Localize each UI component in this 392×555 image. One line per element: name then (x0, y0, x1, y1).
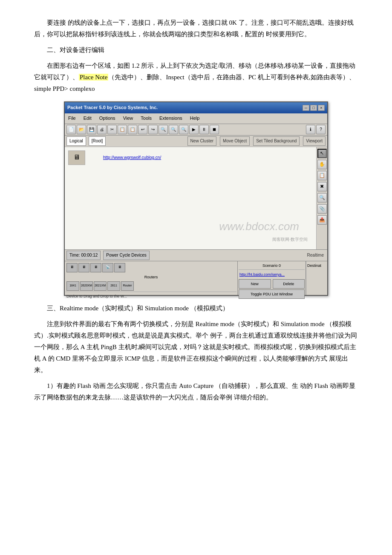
screenshot-container: Packet Tracer 5.0 by Cisco Systems, Inc.… (34, 101, 358, 296)
paragraph-1: 要连接 的线的设备上点一下，选接口，再点另一设备，选接口就 0K 了。注意，接口… (34, 17, 358, 40)
btn-viewport[interactable]: Viewport (303, 136, 326, 146)
scenario-buttons: New Delete (239, 279, 305, 289)
toolbar-btn-4[interactable]: 🖨 (97, 125, 107, 134)
nav-logical: Logical (66, 136, 86, 146)
nav-root: [Root] (89, 136, 106, 146)
toolbar-btn-11[interactable]: 🔍 (169, 125, 178, 134)
toolbar-btn-13[interactable]: ▶ (189, 125, 199, 134)
rt-btn-note[interactable]: 📋 (317, 171, 327, 180)
router-icon: 🖥 (68, 150, 85, 165)
nav-bar: Logical [Root] New Cluster Move Object S… (65, 136, 327, 147)
rt-btn-inspect[interactable]: 🔍 (317, 193, 327, 202)
toolbar-btn-10[interactable]: 🔍 (159, 125, 168, 134)
dev-icon-5[interactable]: 🖥 (114, 263, 125, 272)
menu-tools[interactable]: Tools (139, 114, 153, 123)
menu-extensions[interactable]: Extensions (158, 114, 184, 123)
title-bar-buttons: ─ □ × (303, 105, 325, 111)
main-area: 🖥 http://www.wgrswolf.cublog.cn/ www.bdo… (65, 147, 327, 249)
drag-label: Device to Drag and Drop to the W... (66, 292, 236, 301)
scenario-delete-btn[interactable]: Delete (273, 279, 305, 289)
rt-btn-select[interactable]: ↖ (317, 149, 327, 158)
btn-set-tiled[interactable]: Set Tiled Background (253, 136, 300, 146)
toolbar-btn-9[interactable]: ↪ (148, 125, 158, 134)
toolbar-btn-6[interactable]: 📋 (118, 125, 127, 134)
scenario-title: Scenario 0 (239, 262, 305, 270)
rt-btn-attach[interactable]: 📎 (317, 204, 327, 214)
close-button[interactable]: × (318, 105, 325, 111)
canvas-watermark: www.bdocx.com (219, 217, 299, 237)
status-bar: Time: 00:00:12 Power Cycle Devices Realt… (65, 249, 327, 261)
device-panel: 🖥 🖥 🖥 📡 🖥 Routers 1841 2620XM 2621XM 281… (65, 261, 238, 295)
paragraph-2: 在图形右边有一个区域，如图 1.2 所示，从上到下依次为选定/取消、移动（总体移… (34, 60, 358, 95)
canvas-area[interactable]: 🖥 http://www.wgrswolf.cublog.cn/ www.bdo… (65, 147, 316, 249)
bottom-area: 🖥 🖥 🖥 📡 🖥 Routers 1841 2620XM 2621XM 281… (65, 261, 327, 295)
paragraph-4: 1）有趣的 Flash 动画 怎么实现呢，你只需点击 Auto Capture … (34, 380, 358, 403)
dev-icon-1[interactable]: 🖥 (66, 263, 78, 272)
toggle-pdu-btn[interactable]: Toggle PDU List Window (239, 289, 305, 299)
toolbar-btn-7[interactable]: 📋 (128, 125, 137, 134)
realtime-badge: Realtime (307, 251, 326, 259)
dev-sub-3[interactable]: 2621XM (94, 281, 107, 291)
device-icons: 🖥 🖥 🖥 📡 🖥 (66, 262, 236, 273)
rt-btn-delete[interactable]: ✖ (317, 182, 327, 191)
dev-icon-4[interactable]: 📡 (102, 263, 113, 272)
status-time: Time: 00:00:12 (66, 251, 101, 260)
title-bar: Packet Tracer 5.0 by Cisco Systems, Inc.… (65, 102, 327, 113)
toolbar-btn-8[interactable]: ↩ (138, 125, 147, 134)
rt-btn-export[interactable]: 📤 (317, 215, 327, 225)
dev-sub-2[interactable]: 2620XM (80, 281, 93, 291)
scenario-new-btn[interactable]: New (239, 279, 271, 289)
place-note-highlight: Place Note (79, 74, 108, 81)
menu-file[interactable]: File (66, 114, 78, 123)
toolbar-btn-15[interactable]: ⏹ (210, 125, 219, 134)
menu-options[interactable]: Options (98, 114, 117, 123)
dev-sub-row: 1841 2620XM 2621XM 2811 Router (66, 280, 236, 292)
toolbar-btn-2[interactable]: 📂 (77, 125, 86, 134)
scenario-panel: Scenario 0 http://ht.baidu.com/serya... … (238, 261, 306, 295)
toolbar: 📄 📂 💾 🖨 ✂ 📋 📋 ↩ ↪ 🔍 🔍 🔍 ▶ ⏸ ⏹ ℹ ? (65, 124, 327, 136)
toolbar-btn-12[interactable]: 🔍 (179, 125, 188, 134)
minimize-button[interactable]: ─ (303, 105, 309, 111)
screenshot-frame: Packet Tracer 5.0 by Cisco Systems, Inc.… (64, 101, 328, 296)
dev-sub-1[interactable]: 1841 (66, 281, 79, 291)
canvas-watermark2: 闻客联网·数字空间 (272, 236, 308, 243)
btn-move-object[interactable]: Move Object (220, 136, 250, 146)
menu-view[interactable]: View (121, 114, 135, 123)
menu-edit[interactable]: Edit (82, 114, 93, 123)
toolbar-btn-q[interactable]: ? (316, 125, 326, 134)
paragraph-3: 注意到软件界面的最右下角有两个切换模式，分别是 Realtime mode（实时… (34, 318, 358, 376)
section-title-2: 二、对设备进行编辑 (34, 44, 358, 56)
dev-icon-3[interactable]: 🖥 (90, 263, 101, 272)
dev-icon-2[interactable]: 🖥 (78, 263, 89, 272)
top-buttons: New Cluster Move Object Set Tiled Backgr… (187, 136, 326, 146)
rt-btn-move[interactable]: ✋ (317, 160, 327, 169)
menu-help[interactable]: Help (188, 114, 202, 123)
canvas-url: http://www.wgrswolf.cublog.cn/ (103, 154, 161, 162)
dev-sub-4[interactable]: 2811 (107, 281, 120, 291)
toolbar-btn-14[interactable]: ⏸ (199, 125, 209, 134)
toolbar-btn-3[interactable]: 💾 (87, 125, 96, 134)
toolbar-btn-info[interactable]: ℹ (306, 125, 315, 134)
toolbar-btn-1[interactable]: 📄 (66, 125, 76, 134)
section-title-3: 三、Realtime mode（实时模式）和 Simulation mode （… (34, 303, 358, 314)
title-bar-text: Packet Tracer 5.0 by Cisco Systems, Inc. (67, 104, 158, 112)
maximize-button[interactable]: □ (310, 105, 317, 111)
destinat-label: Destinat (306, 261, 327, 295)
dev-sub-5[interactable]: Router (121, 281, 134, 291)
btn-new-cluster[interactable]: New Cluster (187, 136, 216, 146)
menu-bar: File Edit Options View Tools Extensions … (65, 113, 327, 124)
status-power[interactable]: Power Cycle Devices (103, 251, 149, 260)
scenario-link[interactable]: http://ht.baidu.com/serya... (239, 271, 305, 278)
right-toolbar: ↖ ✋ 📋 ✖ 🔍 📎 📤 (316, 147, 327, 249)
device-label: Routers (66, 273, 236, 280)
toolbar-btn-5[interactable]: ✂ (107, 125, 117, 134)
